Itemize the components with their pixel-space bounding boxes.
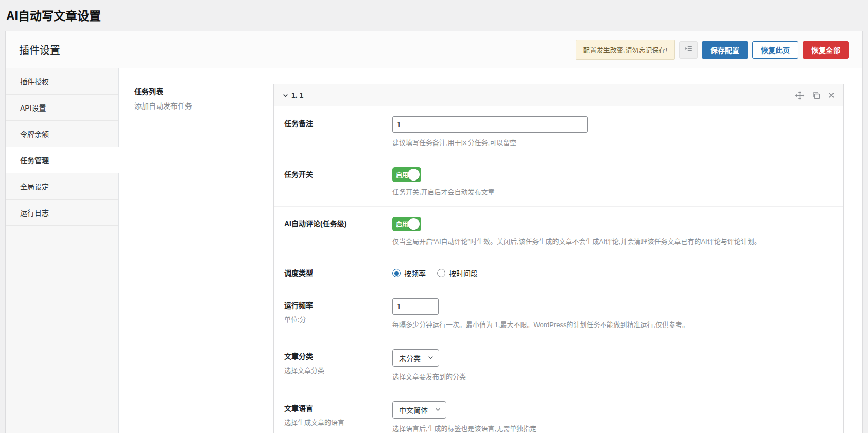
tab-task-management[interactable]: 任务管理 bbox=[6, 147, 119, 173]
task-list-title: 任务列表 bbox=[134, 86, 273, 96]
task-panel-header[interactable]: 1. 1 bbox=[274, 84, 843, 106]
frequency-label: 运行频率 bbox=[284, 300, 392, 310]
tab-token-balance[interactable]: 令牌余额 bbox=[6, 121, 118, 147]
tab-plugin-auth[interactable]: 插件授权 bbox=[6, 68, 118, 95]
tab-content: 任务列表 添加自动发布任务 1. 1 bbox=[119, 68, 862, 433]
field-row-category: 文章分类 选择文章分类 未分类 选择文章要发布到的分类 bbox=[274, 339, 843, 391]
frequency-input[interactable] bbox=[392, 298, 439, 315]
toggle-on-label: 启用 bbox=[396, 220, 408, 228]
schedule-type-label: 调度类型 bbox=[284, 267, 392, 278]
category-select-value: 未分类 bbox=[399, 353, 421, 363]
task-note-label: 任务备注 bbox=[284, 118, 392, 128]
task-note-hint: 建议填写任务备注,用于区分任务,可以留空 bbox=[392, 137, 833, 147]
field-row-ai-comment: AI自动评论(任务级) 启用 仅当全局开启“AI自动评论”时生效。关闭后,该任务… bbox=[274, 207, 843, 256]
restore-page-button[interactable]: 恢复此页 bbox=[752, 41, 798, 59]
category-sublabel: 选择文章分类 bbox=[284, 365, 392, 375]
task-panel: 1. 1 bbox=[273, 84, 844, 433]
language-select[interactable]: 中文简体 bbox=[392, 401, 446, 419]
radio-icon bbox=[392, 269, 401, 277]
task-note-input[interactable] bbox=[392, 116, 588, 133]
radio-by-frequency[interactable]: 按频率 bbox=[392, 268, 426, 278]
ai-comment-hint: 仅当全局开启“AI自动评论”时生效。关闭后,该任务生成的文章不会生成AI评论,并… bbox=[392, 236, 833, 246]
task-switch-toggle[interactable]: 启用 bbox=[392, 167, 421, 182]
ai-comment-toggle[interactable]: 启用 bbox=[392, 217, 421, 231]
chevron-down-icon bbox=[435, 406, 441, 414]
radio-by-time-period-label: 按时间段 bbox=[449, 268, 478, 278]
task-panel-tools bbox=[795, 91, 835, 100]
page-title: AI自动写文章设置 bbox=[0, 0, 868, 31]
card-title: 插件设置 bbox=[19, 42, 60, 57]
save-config-button[interactable]: 保存配置 bbox=[702, 41, 748, 59]
field-row-language: 文章语言 选择生成文章的语言 中文简体 选择语言后,生成的标签也是该语言,无需单… bbox=[274, 391, 843, 433]
card-body: 插件授权 API设置 令牌余额 任务管理 全局设定 运行日志 任务列表 添加自动… bbox=[6, 68, 862, 433]
card-header: 插件设置 配置发生改变,请勿忘记保存! 保存配置 恢复此页 恢复全部 bbox=[6, 31, 862, 68]
header-actions: 配置发生改变,请勿忘记保存! 保存配置 恢复此页 恢复全部 bbox=[576, 40, 849, 60]
collapse-button[interactable] bbox=[679, 41, 698, 59]
move-icon[interactable] bbox=[795, 91, 805, 100]
unsaved-changes-notice: 配置发生改变,请勿忘记保存! bbox=[576, 40, 675, 60]
frequency-hint: 每隔多少分钟运行一次。最小值为 1,最大不限。WordPress的计划任务不能做… bbox=[392, 319, 833, 329]
radio-by-time-period[interactable]: 按时间段 bbox=[437, 268, 478, 278]
settings-tabs: 插件授权 API设置 令牌余额 任务管理 全局设定 运行日志 bbox=[6, 68, 119, 433]
close-icon[interactable] bbox=[828, 92, 835, 99]
category-label: 文章分类 bbox=[284, 351, 392, 361]
outdent-icon bbox=[684, 44, 693, 55]
category-select[interactable]: 未分类 bbox=[392, 349, 439, 367]
tab-run-logs[interactable]: 运行日志 bbox=[6, 200, 118, 226]
field-row-schedule-type: 调度类型 按频率 按时间段 bbox=[274, 256, 843, 288]
frequency-sublabel: 单位:分 bbox=[284, 314, 392, 324]
language-sublabel: 选择生成文章的语言 bbox=[284, 417, 392, 427]
category-hint: 选择文章要发布到的分类 bbox=[392, 371, 833, 381]
restore-all-button[interactable]: 恢复全部 bbox=[803, 41, 849, 59]
field-row-task-switch: 任务开关 启用 任务开关,开启后才会自动发布文章 bbox=[274, 157, 843, 207]
toggle-knob bbox=[408, 218, 420, 230]
duplicate-icon[interactable] bbox=[812, 91, 821, 100]
language-label: 文章语言 bbox=[284, 403, 392, 413]
task-switch-label: 任务开关 bbox=[284, 169, 392, 179]
schedule-type-radio-group: 按频率 按时间段 bbox=[392, 266, 833, 278]
language-select-value: 中文简体 bbox=[399, 405, 428, 415]
field-row-task-note: 任务备注 建议填写任务备注,用于区分任务,可以留空 bbox=[274, 106, 843, 157]
task-switch-hint: 任务开关,开启后才会自动发布文章 bbox=[392, 187, 833, 196]
toggle-knob bbox=[408, 169, 420, 181]
radio-icon bbox=[437, 269, 445, 277]
language-hint: 选择语言后,生成的标签也是该语言,无需单独指定 bbox=[392, 423, 833, 433]
chevron-down-icon bbox=[428, 354, 433, 362]
task-panel-title: 1. 1 bbox=[291, 91, 303, 99]
chevron-down-icon[interactable] bbox=[282, 92, 289, 99]
ai-comment-label: AI自动评论(任务级) bbox=[284, 218, 392, 228]
field-row-frequency: 运行频率 单位:分 每隔多少分钟运行一次。最小值为 1,最大不限。WordPre… bbox=[274, 288, 843, 339]
radio-by-frequency-label: 按频率 bbox=[404, 268, 426, 278]
tab-global-settings[interactable]: 全局设定 bbox=[6, 173, 118, 200]
toggle-on-label: 启用 bbox=[396, 170, 408, 179]
task-list-subtitle: 添加自动发布任务 bbox=[134, 100, 273, 111]
task-list-section: 任务列表 添加自动发布任务 bbox=[134, 84, 273, 433]
tab-api-settings[interactable]: API设置 bbox=[6, 95, 118, 121]
settings-card: 插件设置 配置发生改变,请勿忘记保存! 保存配置 恢复此页 恢复全部 插件授权 bbox=[5, 31, 863, 433]
